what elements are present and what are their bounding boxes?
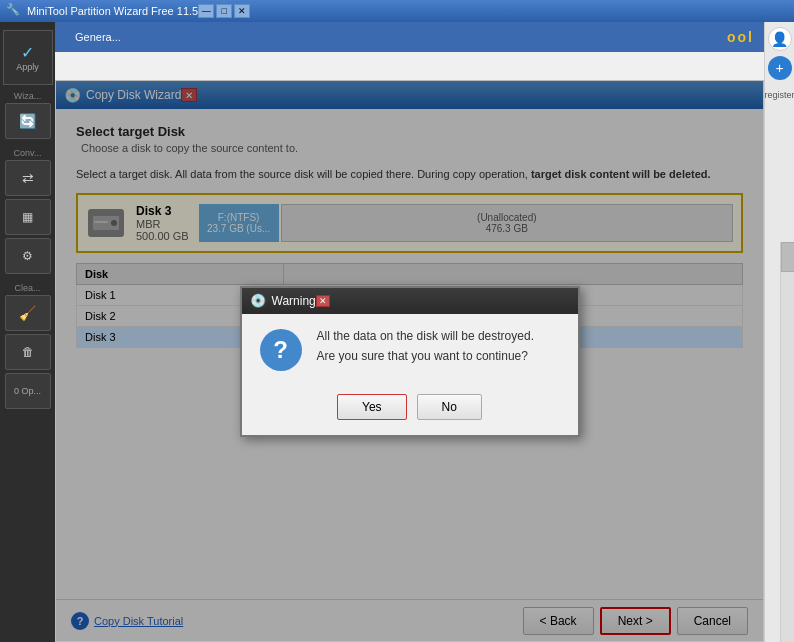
right-panel: 👤 + register bbox=[764, 22, 794, 642]
general-tab[interactable]: Genera... bbox=[65, 28, 131, 46]
copy-disk-wizard: 💿 Copy Disk Wizard ✕ Select target Disk … bbox=[55, 80, 764, 642]
warning-overlay: 💿 Warning ✕ ? All the data on the disk w… bbox=[56, 81, 763, 641]
warning-body: ? All the data on the disk will be destr… bbox=[242, 314, 578, 386]
warning-title: Warning bbox=[272, 294, 316, 308]
left-sidebar: ✓ Apply Wiza... 🔄 Conv... ⇄ ▦ ⚙ Clea... … bbox=[0, 22, 55, 642]
clean-label: Clea... bbox=[14, 283, 40, 293]
clean-button[interactable]: 🧹 bbox=[5, 295, 51, 331]
partition-icon: ▦ bbox=[22, 210, 33, 224]
wizard-icon: 🔄 bbox=[19, 113, 36, 129]
apply-icon: ✓ bbox=[21, 43, 34, 62]
app-title: MiniTool Partition Wizard Free 11.5 bbox=[27, 5, 198, 17]
titlebar-buttons: — □ ✕ bbox=[198, 4, 250, 18]
yes-button[interactable]: Yes bbox=[337, 394, 407, 420]
user-icon-button[interactable]: 👤 bbox=[768, 27, 792, 51]
apply-label: Apply bbox=[16, 62, 39, 72]
general-tab-label: Genera... bbox=[75, 31, 121, 43]
add-user-button[interactable]: + bbox=[768, 56, 792, 80]
settings-icon: ⚙ bbox=[22, 249, 33, 263]
trash-btn[interactable]: 🗑 bbox=[5, 334, 51, 370]
question-icon: ? bbox=[260, 329, 302, 371]
maximize-button[interactable]: □ bbox=[216, 4, 232, 18]
apply-button[interactable]: ✓ Apply bbox=[3, 30, 53, 85]
warning-line2: Are you sure that you want to continue? bbox=[317, 349, 563, 363]
warning-buttons: Yes No bbox=[242, 386, 578, 435]
ops-label: 0 Op... bbox=[14, 386, 41, 396]
warning-text: All the data on the disk will be destroy… bbox=[317, 329, 563, 371]
warning-titlebar: 💿 Warning ✕ bbox=[242, 288, 578, 314]
wizard-button[interactable]: 🔄 bbox=[5, 103, 51, 139]
close-app-button[interactable]: ✕ bbox=[234, 4, 250, 18]
trash-icon: 🗑 bbox=[22, 345, 34, 359]
partition-icon-btn[interactable]: ▦ bbox=[5, 199, 51, 235]
warning-title-icon: 💿 bbox=[250, 293, 266, 308]
minimize-button[interactable]: — bbox=[198, 4, 214, 18]
app-header-bar: Genera... ool bbox=[55, 22, 764, 52]
wizard-label: Wiza... bbox=[14, 91, 42, 101]
scrollbar[interactable] bbox=[780, 242, 794, 642]
app-logo-text: ool bbox=[727, 29, 754, 45]
settings-icon-btn[interactable]: ⚙ bbox=[5, 238, 51, 274]
conv-button[interactable]: ⇄ bbox=[5, 160, 51, 196]
no-button[interactable]: No bbox=[417, 394, 482, 420]
ops-btn[interactable]: 0 Op... bbox=[5, 373, 51, 409]
register-label: register bbox=[765, 90, 795, 100]
warning-line1: All the data on the disk will be destroy… bbox=[317, 329, 563, 343]
conv-label: Conv... bbox=[14, 148, 42, 158]
warning-icon-area: ? bbox=[257, 329, 305, 371]
app-titlebar: 🔧 MiniTool Partition Wizard Free 11.5 — … bbox=[0, 0, 794, 22]
warning-close-button[interactable]: ✕ bbox=[316, 295, 330, 307]
warning-dialog: 💿 Warning ✕ ? All the data on the disk w… bbox=[240, 286, 580, 437]
clean-icon: 🧹 bbox=[19, 305, 36, 321]
scrollbar-thumb[interactable] bbox=[781, 242, 794, 272]
main-content-area: 💿 Copy Disk Wizard ✕ Select target Disk … bbox=[55, 52, 764, 642]
app-icon: 🔧 bbox=[6, 3, 22, 19]
conv-icon: ⇄ bbox=[22, 170, 34, 186]
